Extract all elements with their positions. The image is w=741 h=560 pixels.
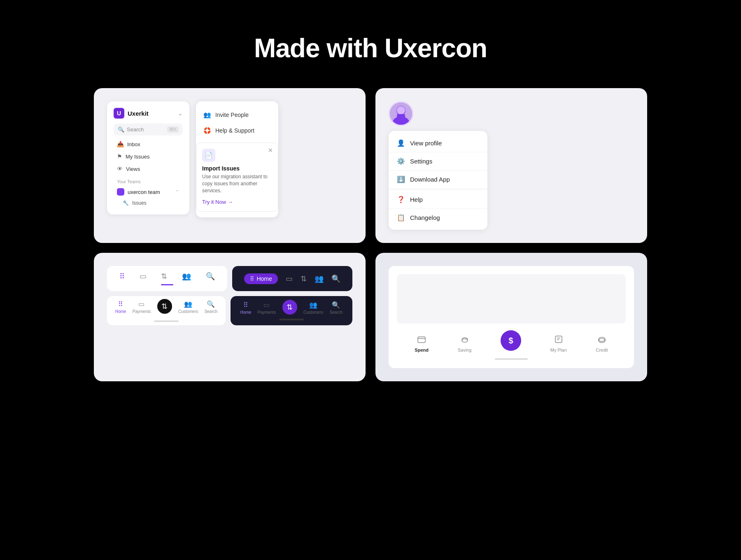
logo-name: Uxerkit: [128, 110, 149, 117]
sidebar-search-left: 🔍 Search: [118, 126, 144, 133]
download-icon: ⬇️: [397, 175, 405, 183]
sidebar-item-views[interactable]: 👁 Views: [114, 163, 183, 175]
svg-rect-5: [418, 337, 425, 343]
search-bottom-label-light: Search: [205, 309, 218, 314]
invite-icon: 👥: [203, 111, 211, 119]
transfer-icon-light: ⇅: [161, 272, 167, 281]
profile-menu-item-settings[interactable]: ⚙️ Settings: [389, 152, 487, 170]
fab-light[interactable]: ⇅: [157, 299, 172, 314]
finance-nav-credit[interactable]: Credit: [596, 335, 608, 352]
finance-nav-active[interactable]: $: [501, 330, 521, 352]
nav-dark-fab[interactable]: ⇅: [282, 301, 297, 315]
profile-menu-item-help[interactable]: ❓ Help: [389, 191, 487, 209]
my-issues-label: My Issues: [126, 154, 150, 160]
nav-item-card-dark[interactable]: ▭: [286, 274, 293, 283]
nav-item-home-dark[interactable]: ⠿ Home: [244, 273, 277, 284]
profile-menu-item-changelog[interactable]: 📋 Changelog: [389, 209, 487, 226]
nav-item-users-dark[interactable]: 👥: [315, 274, 324, 283]
dropdown-panel: 👥 Invite People 🛟 Help & Support ✕ 📄 Imp…: [196, 101, 278, 217]
team-name: uxercon team: [128, 189, 160, 195]
invite-label: Invite People: [215, 112, 249, 118]
import-doc-icon: 📄: [205, 152, 213, 159]
nav-item-home-light[interactable]: ⠿: [119, 272, 125, 281]
card-icon-dark: ▭: [286, 274, 293, 283]
dropdown-area: 👥 Invite People 🛟 Help & Support ✕ 📄 Imp…: [196, 101, 352, 217]
nav-bottom-home-light[interactable]: ⠿ Home: [115, 300, 126, 314]
customers-bottom-label-light: Customers: [178, 309, 198, 314]
nav-bottom-fab-light[interactable]: ⇅: [157, 301, 172, 314]
menu-divider: [389, 189, 487, 190]
sub-issues-label: Issues: [132, 200, 147, 206]
dropdown-help[interactable]: 🛟 Help & Support: [196, 123, 278, 138]
sidebar-search[interactable]: 🔍 Search ⌘K: [114, 124, 183, 135]
nav-item-payments-light[interactable]: ▭: [140, 272, 147, 281]
nav-item-customers-light[interactable]: 👥: [182, 272, 191, 281]
nav-bottom-payments-light[interactable]: ▭ Payments: [133, 300, 151, 314]
svg-rect-4: [397, 114, 405, 121]
cards-grid: U Uxerkit ⌄ 🔍 Search ⌘K 📥 Inbox ⚑ My Iss…: [94, 88, 647, 381]
nav-bottom-search-light[interactable]: 🔍 Search: [205, 300, 218, 314]
help-icon: 🛟: [203, 127, 211, 134]
active-fab-icon[interactable]: $: [501, 330, 521, 351]
nav-item-search-light[interactable]: 🔍: [206, 272, 215, 281]
transfer-icon-dark: ⇅: [301, 274, 307, 283]
spend-label: Spend: [415, 348, 429, 352]
finance-nav-myplan[interactable]: My Plan: [550, 335, 567, 352]
fab-dark[interactable]: ⇅: [282, 300, 297, 315]
search-label: Search: [127, 126, 144, 133]
profile-menu-item-download[interactable]: ⬇️ Download App: [389, 170, 487, 189]
avatar-image: [390, 103, 412, 125]
home-dark-bottom-icon: ⠿: [243, 301, 248, 309]
nav-bottom-row-light: ⠿ Home ▭ Payments ⇅ 👥 Customers: [112, 300, 221, 316]
help-label: Help & Support: [215, 127, 254, 134]
sidebar-item-my-issues[interactable]: ⚑ My Issues: [114, 150, 183, 163]
nav-dark-search[interactable]: 🔍 Search: [330, 301, 343, 315]
team-chevron-icon: ⌃: [175, 189, 179, 195]
popup-close-icon[interactable]: ✕: [268, 147, 273, 154]
sidebar-header: U Uxerkit ⌄: [114, 108, 183, 119]
logo-icon: U: [114, 108, 124, 119]
page-title: Made with Uxercon: [254, 33, 487, 63]
nav-item-search-dark[interactable]: 🔍: [331, 274, 340, 283]
help-circle-icon: ❓: [397, 196, 405, 203]
help-menu-label: Help: [410, 196, 423, 203]
search-icon-dark: 🔍: [331, 274, 340, 283]
team-left: uxercon team: [117, 188, 160, 196]
sidebar-sub-item-issues[interactable]: 🔧 Issues: [114, 198, 183, 208]
search-icon: 🔍: [118, 126, 124, 133]
popup-cta[interactable]: Try it Now →: [202, 199, 233, 205]
finance-nav-saving[interactable]: Saving: [458, 335, 472, 352]
finance-nav: Spend Saving $ My Plan: [397, 330, 626, 352]
inbox-label: Inbox: [127, 141, 140, 147]
nav-dark-home[interactable]: ⠿ Home: [240, 301, 252, 315]
navbar-dark-top: ⠿ Home ▭ ⇅ 👥 🔍: [232, 266, 352, 291]
navbar-dark-bottom: ⠿ Home ▭ Payments ⇅ 👥 Customers: [231, 296, 352, 325]
profile-menu: 👤 View profile ⚙️ Settings ⬇️ Download A…: [389, 131, 487, 230]
search-bottom-icon-light: 🔍: [207, 300, 215, 308]
inbox-icon: 📥: [117, 141, 124, 147]
home-label-dark: Home: [256, 275, 272, 282]
payments-bottom-label-light: Payments: [133, 309, 151, 314]
issues-icon: ⚑: [117, 153, 122, 160]
changelog-label: Changelog: [410, 214, 440, 221]
sidebar-team-item[interactable]: uxercon team ⌃: [114, 186, 183, 198]
popup-title: Import Issues: [202, 165, 272, 172]
payments-dark-bottom-icon: ▭: [263, 301, 270, 309]
finance-nav-spend[interactable]: Spend: [415, 335, 429, 352]
nav-item-transfer-light[interactable]: ⇅: [161, 272, 167, 281]
sidebar-item-inbox[interactable]: 📥 Inbox: [114, 138, 183, 150]
profile-menu-item-view-profile[interactable]: 👤 View profile: [389, 134, 487, 152]
nav-dark-customers[interactable]: 👥 Customers: [303, 301, 323, 315]
popup-desc: Use our migration assistant to copy issu…: [202, 173, 272, 194]
navbar-light-top: ⠿ ▭ ⇅ 👥 🔍: [107, 266, 227, 291]
card-navbars: ⠿ ▭ ⇅ 👥 🔍: [94, 253, 366, 381]
users-icon-dark: 👥: [315, 274, 324, 283]
home-bottom-label-light: Home: [115, 309, 126, 314]
svg-rect-7: [555, 336, 562, 343]
nav-bottom-customers-light[interactable]: 👥 Customers: [178, 300, 198, 314]
navbar-light-top-items: ⠿ ▭ ⇅ 👥 🔍: [115, 272, 219, 281]
dropdown-invite[interactable]: 👥 Invite People: [196, 107, 278, 123]
nav-item-transfer-dark[interactable]: ⇅: [301, 274, 307, 283]
chevron-icon[interactable]: ⌄: [178, 110, 183, 117]
nav-dark-payments[interactable]: ▭ Payments: [258, 301, 276, 315]
